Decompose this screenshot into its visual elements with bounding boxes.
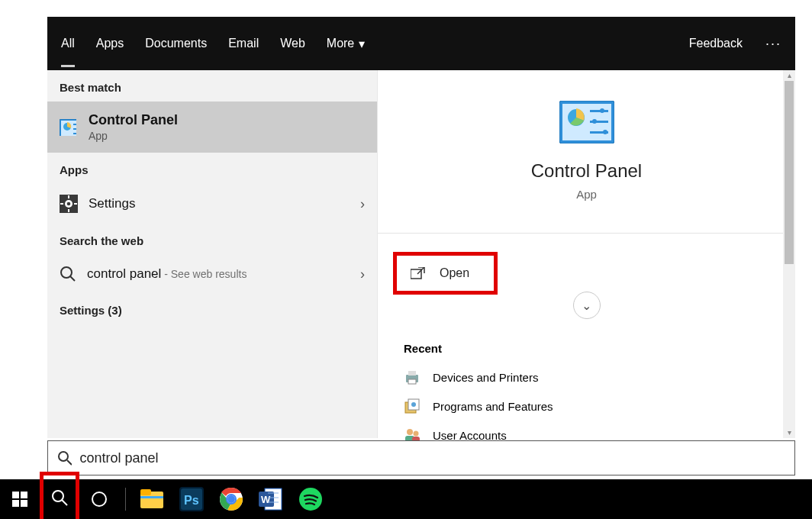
recent-devices-printers[interactable]: Devices and Printers xyxy=(378,363,795,392)
result-settings[interactable]: Settings › xyxy=(47,184,377,224)
chevron-right-icon: › xyxy=(360,196,365,212)
detail-header: Control Panel App xyxy=(378,70,795,219)
result-web-label: control panel - See web results xyxy=(87,266,350,282)
gear-icon xyxy=(60,195,78,213)
svg-rect-9 xyxy=(68,195,69,198)
detail-subtitle: App xyxy=(576,188,597,201)
svg-rect-11 xyxy=(60,203,63,205)
results-scrollbar[interactable]: ▴ ▾ xyxy=(783,70,795,438)
svg-point-44 xyxy=(92,492,106,506)
taskbar-separator xyxy=(125,488,126,511)
svg-point-31 xyxy=(411,402,416,407)
tab-web[interactable]: Web xyxy=(280,31,305,56)
svg-rect-40 xyxy=(12,500,19,507)
tab-all[interactable]: All xyxy=(61,31,75,56)
svg-rect-39 xyxy=(21,492,27,498)
filter-tab-bar: All Apps Documents Email Web More ▾ Feed… xyxy=(47,17,795,70)
tabs: All Apps Documents Email Web More ▾ xyxy=(61,31,365,57)
programs-icon xyxy=(404,398,420,414)
svg-point-36 xyxy=(59,452,68,461)
svg-rect-3 xyxy=(73,124,76,125)
feedback-link[interactable]: Feedback xyxy=(689,37,743,50)
search-results: Best match Control Panel App Apps Settin… xyxy=(47,70,795,438)
open-highlight: Open xyxy=(393,252,498,295)
svg-point-32 xyxy=(407,429,413,435)
results-left-column: Best match Control Panel App Apps Settin… xyxy=(47,70,377,438)
search-box[interactable] xyxy=(47,440,795,475)
more-ellipsis-icon[interactable]: ··· xyxy=(765,36,781,52)
open-action[interactable]: Open xyxy=(401,259,478,288)
svg-rect-38 xyxy=(12,492,19,498)
open-launch-icon xyxy=(411,267,426,279)
svg-rect-28 xyxy=(408,379,416,384)
expand-actions-button[interactable]: ⌄ xyxy=(573,292,601,319)
tab-apps[interactable]: Apps xyxy=(96,31,124,56)
svg-line-14 xyxy=(70,276,75,281)
spotify-icon[interactable] xyxy=(298,487,323,511)
web-header: Search the web xyxy=(47,224,377,255)
word-icon[interactable]: W xyxy=(259,487,283,511)
svg-rect-46 xyxy=(140,489,151,495)
recent-item-label: Programs and Features xyxy=(433,400,553,413)
scroll-thumb[interactable] xyxy=(785,81,794,264)
svg-point-42 xyxy=(53,491,63,501)
start-button[interactable] xyxy=(0,479,40,519)
cortana-icon xyxy=(91,491,108,508)
control-panel-icon xyxy=(559,101,614,143)
svg-rect-27 xyxy=(408,371,416,376)
apps-header: Apps xyxy=(47,153,377,184)
chevron-down-icon: ⌄ xyxy=(582,298,591,313)
recent-programs-features[interactable]: Programs and Features xyxy=(378,392,795,421)
svg-point-13 xyxy=(61,267,72,278)
scroll-down-icon[interactable]: ▾ xyxy=(783,427,795,438)
chevron-down-icon: ▾ xyxy=(359,37,365,51)
svg-point-21 xyxy=(592,119,597,124)
web-suffix: - See web results xyxy=(161,268,246,280)
search-input[interactable] xyxy=(79,450,785,466)
detail-pane: Control Panel App Open ⌄ Recent Devices … xyxy=(377,70,795,438)
start-icon xyxy=(12,492,27,507)
taskbar-search-button[interactable] xyxy=(40,472,79,519)
tab-more[interactable]: More ▾ xyxy=(327,31,365,57)
tab-more-label: More xyxy=(327,37,354,50)
svg-rect-41 xyxy=(21,500,27,507)
tab-documents[interactable]: Documents xyxy=(145,31,207,56)
svg-text:Ps: Ps xyxy=(184,494,199,507)
search-icon xyxy=(57,450,72,466)
svg-text:W: W xyxy=(261,494,271,505)
svg-rect-18 xyxy=(590,110,608,112)
svg-line-37 xyxy=(67,460,72,465)
result-settings-label: Settings xyxy=(89,196,350,211)
best-match-title: Control Panel xyxy=(89,112,178,128)
cortana-button[interactable] xyxy=(79,479,119,519)
web-query-text: control panel xyxy=(87,266,161,281)
recent-item-label: Devices and Printers xyxy=(433,371,538,384)
svg-point-34 xyxy=(414,431,419,437)
svg-point-19 xyxy=(600,108,604,113)
best-match-text: Control Panel App xyxy=(89,112,178,142)
tab-email[interactable]: Email xyxy=(228,31,259,56)
best-match-item[interactable]: Control Panel App xyxy=(47,102,377,153)
topbar-right: Feedback ··· xyxy=(689,36,781,52)
photoshop-icon[interactable]: Ps xyxy=(179,487,204,511)
detail-title: Control Panel xyxy=(531,160,642,182)
search-icon xyxy=(60,266,76,282)
svg-point-23 xyxy=(603,130,607,134)
svg-rect-12 xyxy=(74,203,77,205)
search-icon xyxy=(51,489,68,506)
best-match-header: Best match xyxy=(47,70,377,102)
svg-rect-24 xyxy=(411,269,421,279)
file-explorer-icon[interactable] xyxy=(140,487,164,511)
best-match-subtitle: App xyxy=(89,130,178,142)
svg-point-8 xyxy=(67,202,71,206)
taskbar-pinned-apps: Ps W xyxy=(140,487,323,511)
result-web-search[interactable]: control panel - See web results › xyxy=(47,255,377,293)
svg-rect-10 xyxy=(68,209,69,212)
chrome-icon[interactable] xyxy=(219,487,243,511)
recent-header: Recent xyxy=(378,319,795,363)
taskbar: Ps W xyxy=(0,479,812,519)
chevron-right-icon: › xyxy=(360,266,365,282)
scroll-up-icon[interactable]: ▴ xyxy=(783,70,795,81)
svg-rect-5 xyxy=(73,133,76,134)
svg-line-43 xyxy=(62,500,67,505)
